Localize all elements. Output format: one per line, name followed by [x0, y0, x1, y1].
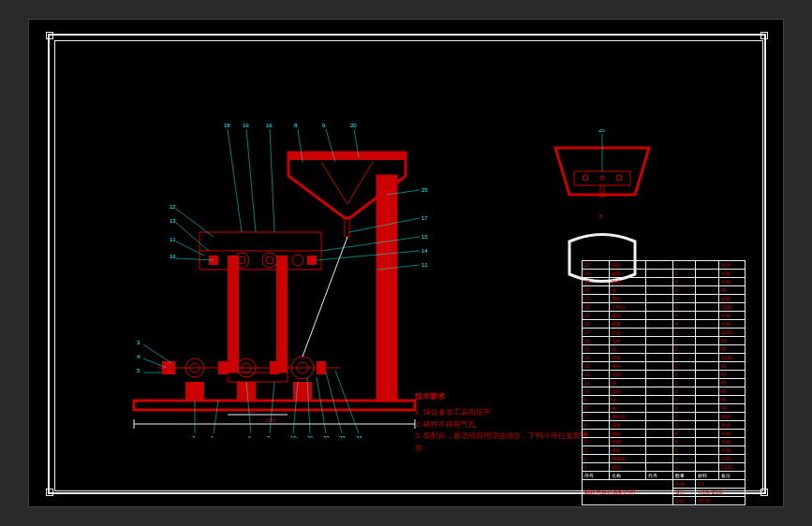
svg-point-7: [266, 256, 273, 264]
balloon: 20: [350, 123, 357, 128]
bom-row: 20下料斗1Q235: [583, 303, 746, 312]
bom-row: 24轴承2外购: [583, 270, 746, 278]
balloon: 12: [170, 204, 176, 210]
bom-row: 10齿轮145: [583, 387, 746, 396]
balloon: 17: [421, 215, 428, 221]
balloon: 19: [243, 123, 249, 128]
bom-row: 17支架1Q235: [583, 329, 746, 337]
balloon: 22: [323, 435, 330, 438]
balloon: 15: [421, 234, 428, 240]
balloon: 4: [137, 354, 140, 359]
svg-point-5: [238, 256, 245, 264]
bom-row: 14挡板1Q235: [583, 354, 746, 362]
balloon: 24: [356, 435, 362, 438]
bom-row: 21带轮1铸铁: [583, 295, 746, 303]
bom-row: 6底座1铸铁: [583, 421, 746, 430]
svg-rect-1: [228, 256, 239, 373]
balloon: 7: [267, 435, 271, 438]
svg-rect-0: [377, 176, 396, 401]
balloon: 14: [421, 248, 428, 254]
svg-point-6: [262, 253, 277, 268]
bom-row: 11轴145: [583, 379, 746, 387]
bom-row: 7轴承座2铸铁: [583, 413, 746, 421]
svg-rect-17: [162, 361, 175, 374]
balloon: 3: [137, 340, 140, 345]
svg-rect-2: [276, 256, 288, 373]
bom-row: 22键145: [583, 286, 746, 295]
bom-table: 25端盖1铸铁24轴承2外购23轴承2外购22键14521带轮1铸铁20下料斗1…: [582, 260, 746, 505]
balloon: 23: [339, 435, 346, 438]
balloon: 1: [211, 435, 214, 438]
main-assembly-view: 1000 180 18 19 16 8 9 20 25 17 15: [106, 110, 434, 438]
balloon: 13: [170, 218, 176, 224]
bom-row: 23轴承2外购: [583, 278, 746, 286]
drawing-frame: 1000 180 18 19 16 8 9 20 25 17 15: [48, 34, 766, 494]
bom-row: 16连杆145: [583, 337, 746, 345]
svg-text:B: B: [599, 213, 603, 219]
bom-row: 9键145: [583, 396, 746, 404]
balloon: 18: [224, 123, 230, 128]
bom-row: 1机架1Q235: [583, 463, 746, 472]
svg-rect-20: [317, 361, 326, 374]
balloon: 21: [307, 435, 314, 438]
svg-rect-3: [288, 153, 406, 160]
corner-mark: [760, 32, 768, 39]
svg-rect-10: [307, 256, 317, 265]
balloon: 9: [322, 123, 326, 128]
balloon: 25: [598, 129, 605, 133]
bom-row: 18螺母4外购: [583, 320, 746, 329]
bom-row: 5螺栓4外购: [583, 430, 746, 438]
balloon: 6: [248, 435, 252, 438]
balloon: 16: [170, 254, 176, 259]
svg-point-28: [600, 176, 604, 180]
balloon: 16: [266, 123, 273, 128]
svg-rect-21: [185, 382, 204, 401]
corner-mark: [46, 32, 53, 39]
title-block: 25端盖1铸铁24轴承2外购23轴承2外购22键14521带轮1铸铁20下料斗1…: [582, 260, 746, 475]
corner-mark: [46, 489, 53, 496]
bom-row: 2联轴器1外购: [583, 455, 746, 463]
bom-row: 15销245: [583, 345, 746, 354]
svg-text:180: 180: [248, 408, 257, 414]
cad-canvas[interactable]: 1000 180 18 19 16 8 9 20 25 17 15: [28, 19, 784, 507]
bom-row: 13滑块245: [583, 362, 746, 371]
bom-row: 3电机1外购: [583, 446, 746, 455]
titleblock-footer: 颗粒包装机装配总图比例1:2: [583, 480, 746, 489]
svg-rect-22: [237, 382, 256, 401]
balloon: 11: [170, 237, 176, 242]
svg-point-26: [583, 175, 588, 181]
bom-row: 8轴145: [583, 404, 746, 413]
svg-text:1000: 1000: [265, 417, 275, 423]
balloon: 5: [137, 368, 140, 373]
bom-header: 序号名称代号数量材料备注: [583, 472, 746, 480]
svg-point-8: [292, 255, 303, 266]
balloon: 8: [294, 123, 298, 128]
balloon: 25: [421, 187, 428, 193]
balloon: 2: [192, 435, 196, 438]
balloon: 11: [421, 262, 428, 268]
svg-rect-23: [293, 382, 312, 401]
bom-row: 4垫圈4外购: [583, 438, 746, 446]
balloon: 10: [290, 435, 297, 438]
bom-row: 12导轨245: [583, 371, 746, 379]
bom-row: 19螺栓4外购: [583, 312, 746, 320]
bom-row: 25端盖1铸铁: [583, 261, 746, 270]
svg-point-27: [616, 175, 622, 181]
svg-rect-19: [270, 361, 279, 374]
svg-rect-18: [218, 361, 228, 374]
